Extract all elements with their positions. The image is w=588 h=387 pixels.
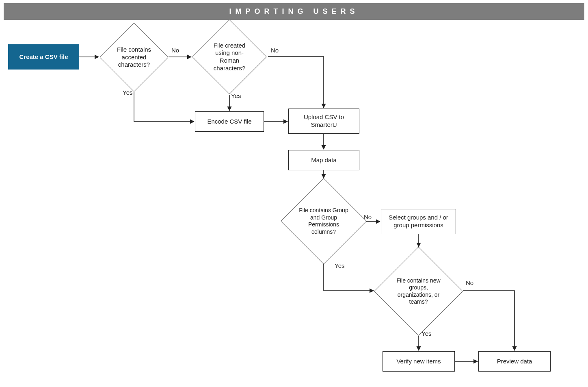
decision-group-columns: File contains Group and Group Permission… xyxy=(293,191,354,252)
node-preview-data: Preview data xyxy=(478,351,551,372)
label-nonroman-yes: Yes xyxy=(231,92,241,99)
label-groupcols-no: No xyxy=(364,213,372,220)
label-newgroups-yes: Yes xyxy=(422,330,431,337)
label-nonroman-no: No xyxy=(271,47,279,54)
decision-accented-characters: File contains accented characters? xyxy=(110,33,158,82)
label-accented-yes: Yes xyxy=(123,89,132,96)
node-encode-csv: Encode CSV file xyxy=(195,111,264,132)
flowchart-canvas: Create a CSV file File contains accented… xyxy=(0,20,588,386)
node-upload-csv: Upload CSV to SmarterU xyxy=(288,109,359,134)
decision-non-roman-characters: File created using non-Roman characters? xyxy=(203,30,256,83)
label-groupcols-yes: Yes xyxy=(335,262,344,269)
node-start: Create a CSV file xyxy=(8,44,79,70)
decision-new-groups: File contains new groups, organizations,… xyxy=(387,260,450,323)
node-select-groups: Select groups and / or group permissions xyxy=(381,209,456,234)
label-newgroups-no: No xyxy=(466,279,473,286)
page-title: IMPORTING USERS xyxy=(4,3,584,20)
node-map-data: Map data xyxy=(288,150,359,170)
label-accented-no: No xyxy=(171,47,179,54)
node-verify-new-items: Verify new items xyxy=(383,351,455,372)
